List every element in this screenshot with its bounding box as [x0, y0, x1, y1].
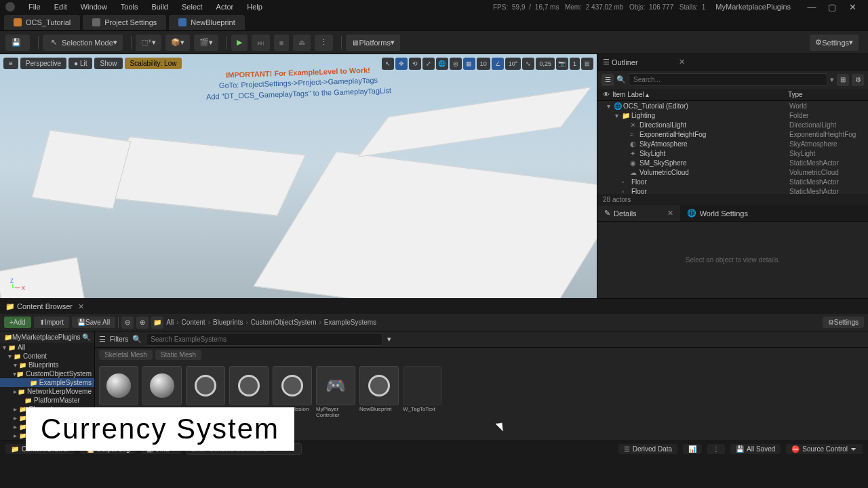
breadcrumb-item[interactable]: All [166, 319, 174, 326]
cb-folder-button[interactable]: 📁 [151, 317, 163, 329]
platforms-dropdown[interactable]: 🖥 Platforms ▾ [346, 35, 399, 51]
eject-button[interactable]: ⏏ [293, 35, 311, 51]
outliner-tab[interactable]: ☰ Outliner ✕ [597, 54, 868, 70]
source-tree-item[interactable]: 📁PlatformMaster [0, 396, 94, 405]
save-all-button[interactable]: 💾 Save All [72, 317, 115, 328]
mode-dropdown[interactable]: ↖Selection Mode ▾ [43, 35, 123, 51]
level-viewport[interactable]: ≡ Perspective ● Lit Show Scalability: Lo… [0, 54, 597, 298]
menu-build[interactable]: Build [145, 3, 175, 11]
breadcrumb-item[interactable]: Blueprints [213, 319, 243, 326]
viewport-lit-button[interactable]: ● Lit [68, 58, 92, 69]
play-options-button[interactable]: ⋮ [315, 35, 333, 51]
minimize-button[interactable]: — [802, 2, 822, 12]
vp-scale-snap-button[interactable]: ⤡ [522, 58, 534, 70]
settings-dropdown[interactable]: ⚙ Settings ▾ [810, 35, 859, 51]
menu-file[interactable]: File [22, 3, 47, 11]
outliner-gear-button[interactable]: ⚙ [852, 74, 864, 86]
content-browser-tab[interactable]: 📁 Content Browser ✕ [0, 299, 868, 314]
derived-data-button[interactable]: ☰ Derived Data [618, 444, 677, 454]
vp-scale-button[interactable]: ⤢ [422, 58, 435, 70]
cinematics-button[interactable]: 🎬 ▾ [194, 35, 218, 51]
vp-snap-surface-button[interactable]: ◎ [450, 58, 462, 70]
source-tree-item[interactable]: ▾📁Content [0, 352, 94, 361]
asset-tile[interactable]: 🎮MyPlayer Controller [316, 366, 355, 436]
eye-icon[interactable]: 👁 [603, 91, 612, 98]
vp-camera-value[interactable]: 1 [570, 58, 580, 70]
outliner-row[interactable]: ▾📁LightingFolder [597, 110, 868, 120]
outliner-row[interactable]: ☀DirectionalLightDirectionalLight [597, 120, 868, 129]
all-saved-button[interactable]: 💾 All Saved [730, 444, 781, 454]
viewport-show-button[interactable]: Show [94, 58, 122, 69]
close-icon[interactable]: ✕ [667, 209, 673, 218]
viewport-perspective-button[interactable]: Perspective [20, 58, 66, 69]
close-icon[interactable]: ✕ [679, 58, 685, 66]
close-button[interactable]: ✕ [842, 2, 863, 12]
filter-chip[interactable]: Static Mesh [155, 350, 201, 360]
vp-angle-snap-button[interactable]: ∠ [492, 58, 504, 70]
tab-newblueprint[interactable]: NewBlueprint [169, 15, 244, 30]
asset-search-input[interactable] [146, 333, 383, 346]
source-tree-item[interactable]: ▾📁Blueprints [0, 361, 94, 369]
menu-select[interactable]: Select [175, 3, 210, 11]
outliner-row[interactable]: ☁VolumetricCloudVolumetricCloud [597, 167, 868, 177]
vp-rotate-button[interactable]: ⟲ [409, 58, 421, 70]
more-button[interactable]: ⋮ [707, 444, 725, 454]
outliner-row[interactable]: ▫FloorStaticMeshActor [597, 177, 868, 186]
vp-world-button[interactable]: 🌐 [436, 58, 448, 70]
menu-edit[interactable]: Edit [47, 3, 74, 11]
source-tree-item[interactable]: ▸📁NetworkLerpMoveme [0, 387, 94, 396]
cb-history-back[interactable]: ⊖ [121, 317, 134, 329]
chevron-down-icon[interactable]: ▾ [387, 335, 391, 344]
menu-tools[interactable]: Tools [114, 3, 145, 11]
outliner-row[interactable]: ✦SkyLightSkyLight [597, 148, 868, 158]
add-button[interactable]: + Add [4, 317, 31, 328]
search-icon[interactable]: 🔍 [82, 333, 90, 341]
close-icon[interactable]: ✕ [78, 302, 84, 311]
outliner-settings-button[interactable]: ⊞ [837, 74, 849, 86]
viewport-menu-button[interactable]: ≡ [3, 58, 18, 69]
cb-settings-button[interactable]: ⚙ Settings [823, 317, 864, 328]
vp-camera-speed-button[interactable]: 📷 [556, 58, 568, 70]
vp-grid-value[interactable]: 10 [477, 58, 490, 70]
import-button[interactable]: ⬆ Import [34, 317, 69, 328]
menu-help[interactable]: Help [240, 3, 269, 11]
menu-window[interactable]: Window [74, 3, 114, 11]
tab-ocs_tutorial[interactable]: OCS_Tutorial [4, 15, 80, 30]
play-button[interactable]: ▶ [231, 35, 248, 51]
source-tree-item[interactable]: ▾📁CustomObjectSystem [0, 369, 94, 378]
asset-tile[interactable]: W_TagToText [403, 366, 442, 436]
cb-history-fwd[interactable]: ⊕ [136, 317, 149, 329]
world-settings-tab[interactable]: 🌐World Settings [680, 205, 755, 221]
filter-icon[interactable]: ☰ [99, 335, 106, 344]
outliner-row[interactable]: ≈ExponentialHeightFogExponentialHeightFo… [597, 129, 868, 139]
source-tree-item[interactable]: 📁ExampleSystems [0, 378, 94, 387]
vp-scale-value[interactable]: 0,25 [536, 58, 555, 70]
breadcrumb-item[interactable]: ExampleSystems [324, 319, 376, 326]
outliner-search-input[interactable] [629, 73, 827, 86]
outliner-row[interactable]: ▫FloorStaticMeshActor [597, 186, 868, 194]
outliner-row[interactable]: ▾🌐OCS_Tutorial (Editor)World [597, 101, 868, 110]
stop-button[interactable]: ■ [274, 35, 290, 51]
vp-angle-value[interactable]: 10° [505, 58, 521, 70]
add-content-button[interactable]: ⬚⁺ ▾ [136, 35, 161, 51]
skip-button[interactable]: ⏭ [252, 35, 270, 51]
asset-tile[interactable]: NewBlueprint [359, 366, 399, 436]
menu-actor[interactable]: Actor [210, 3, 241, 11]
breadcrumb-item[interactable]: Content [182, 319, 205, 326]
marketplace-button[interactable]: 📦 ▾ [165, 35, 190, 51]
chevron-down-icon[interactable]: ▾ [830, 75, 834, 84]
vp-translate-button[interactable]: ✥ [395, 58, 408, 70]
save-button[interactable]: 💾 [5, 35, 30, 51]
source-control-button[interactable]: ⛔ Source Control ⏷ [786, 444, 863, 454]
breadcrumb-item[interactable]: CustomObjectSystem [251, 319, 317, 326]
outliner-row[interactable]: ◐SkyAtmosphereSkyAtmosphere [597, 139, 868, 148]
outliner-filter-button[interactable]: ☰ [601, 74, 614, 86]
viewport-scalability-warning[interactable]: Scalability: Low [125, 58, 182, 69]
source-tree-item[interactable]: ▾📁All [0, 343, 94, 352]
outliner-row[interactable]: ◉SM_SkySphereStaticMeshActor [597, 158, 868, 167]
tab-project-settings[interactable]: Project Settings [83, 15, 166, 30]
stats-icon-button[interactable]: 📊 [683, 444, 702, 454]
maximize-button[interactable]: ▢ [822, 2, 842, 12]
vp-grid-snap-button[interactable]: ▦ [463, 58, 475, 70]
filter-chip[interactable]: Skeletal Mesh [99, 350, 153, 360]
